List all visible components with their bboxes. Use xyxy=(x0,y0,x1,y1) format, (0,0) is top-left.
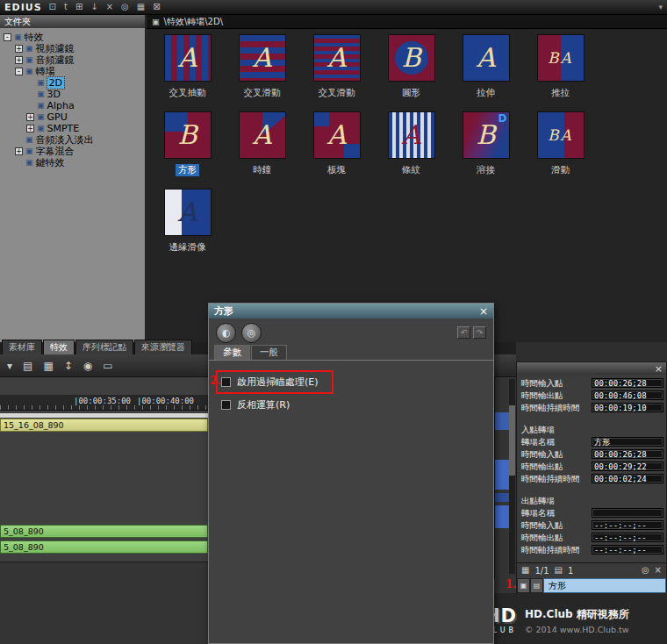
dialog-tab-1[interactable]: 一般 xyxy=(251,345,287,360)
undo-icon[interactable]: ↶ xyxy=(457,326,470,339)
bin-tree: -▣特效+▣視頻濾鏡+▣音頻濾鏡-▣轉場+▣2D+▣3D+▣Alpha+▣GPU… xyxy=(0,28,145,168)
layout-grid-icon[interactable]: ▦ xyxy=(137,3,145,11)
bin-panel: 文件夾 -▣特效+▣視頻濾鏡+▣音頻濾鏡-▣轉場+▣2D+▣3D+▣Alpha+… xyxy=(0,15,146,342)
info-value[interactable]: 00:00:29;22 xyxy=(592,462,663,471)
panel-layout-icon[interactable]: ▭ xyxy=(103,361,112,371)
effect-item-11[interactable]: BA滑動 xyxy=(523,110,598,187)
effect-item-5[interactable]: BA推拉 xyxy=(523,32,598,110)
close-tool-icon[interactable]: × xyxy=(106,3,113,11)
expander-icon[interactable]: - xyxy=(15,68,23,75)
thumbnail-view-icon[interactable]: ▦ xyxy=(43,361,53,371)
timeline-clip-audio-2[interactable]: 5_08_890 xyxy=(0,540,208,554)
vertical-scrollbar[interactable] xyxy=(509,379,515,574)
expander-icon[interactable]: + xyxy=(26,113,34,121)
list-view-icon[interactable]: ▤ xyxy=(23,361,32,371)
redo-icon[interactable]: ↷ xyxy=(473,326,486,339)
checkbox-1[interactable] xyxy=(221,400,231,410)
list-view-icon[interactable]: ▤ xyxy=(555,566,563,575)
checkbox-0[interactable] xyxy=(221,377,231,387)
info-value[interactable]: 00:00:02;24 xyxy=(592,474,663,483)
folder-icon: ▣ xyxy=(25,147,33,155)
effect-label: 溶接 xyxy=(477,164,495,176)
tab-1[interactable]: 特效 xyxy=(43,340,75,354)
info-value[interactable]: --:--:--;-- xyxy=(592,520,663,530)
info-value[interactable]: --:--:--;-- xyxy=(592,533,663,542)
folder-icon: ▣ xyxy=(37,125,45,132)
info-row-2: 時間軸持續時間00:00:19;10 xyxy=(517,402,666,414)
expander-icon[interactable]: + xyxy=(26,125,34,132)
new-window-icon[interactable]: ⊡ xyxy=(49,3,56,11)
capture-icon[interactable]: ◎ xyxy=(121,3,129,11)
transition-preview-icon[interactable]: ◐ xyxy=(216,323,236,343)
timeline-clip-audio-1[interactable]: 5_08_890 xyxy=(0,525,208,538)
info-value[interactable]: 00:00:46;08 xyxy=(592,390,663,400)
info-value[interactable] xyxy=(592,508,663,518)
effect-item-1[interactable]: A交叉滑動 xyxy=(225,32,299,110)
effect-item-6[interactable]: B方形 xyxy=(150,110,225,187)
timeline-menu-icon[interactable]: ▾ xyxy=(7,361,12,371)
selected-transition-item[interactable]: 方形 xyxy=(543,578,666,593)
tree-item-3[interactable]: -▣轉場 xyxy=(0,66,145,77)
keyframe-icon[interactable]: ◎ xyxy=(241,323,262,343)
expander-icon[interactable]: + xyxy=(15,56,23,64)
add-window-icon[interactable]: ⊞ xyxy=(75,3,82,11)
options-icon[interactable]: ◎ xyxy=(642,566,649,575)
info-value[interactable]: 00:00:26;28 xyxy=(592,449,663,459)
timeline-clip-fragment[interactable] xyxy=(495,493,509,502)
watermark-line2: © 2014 www.HD.Club.tw xyxy=(525,625,629,634)
audio-mixer-icon[interactable]: ↕ xyxy=(64,361,73,371)
close-icon[interactable]: × xyxy=(655,364,663,374)
lock-icon[interactable]: ⊠ xyxy=(153,3,160,11)
effect-item-10[interactable]: BD溶接 xyxy=(448,110,523,187)
effect-item-4[interactable]: A拉伸 xyxy=(448,32,523,110)
information-panel-header[interactable]: × xyxy=(517,362,666,375)
info-row-12: 時間輸入點--:--:--;-- xyxy=(517,519,666,532)
timeline-clip-fragment[interactable] xyxy=(495,412,509,430)
timeline-clip-fragment[interactable] xyxy=(495,505,509,528)
effect-badge: D xyxy=(498,112,507,125)
effect-item-3[interactable]: B圓形 xyxy=(374,32,448,110)
tree-item-7[interactable]: +▣GPU xyxy=(0,111,145,123)
effect-item-8[interactable]: A板塊 xyxy=(299,110,374,187)
tree-item-6[interactable]: +▣Alpha xyxy=(0,100,145,111)
thumbnail-view-icon[interactable]: ▦ xyxy=(521,566,529,575)
transition-type-icon[interactable]: ▣ xyxy=(517,578,530,593)
info-value[interactable]: --:--:--;-- xyxy=(592,545,663,555)
expander-icon[interactable]: + xyxy=(15,45,23,53)
effect-item-7[interactable]: A時鐘 xyxy=(225,110,299,187)
effect-item-9[interactable]: A條紋 xyxy=(374,110,448,187)
scrollbar-thumb[interactable] xyxy=(509,405,515,476)
dialog-tab-0[interactable]: 參數 xyxy=(214,345,250,360)
tab-3[interactable]: 來源瀏覽器 xyxy=(134,340,192,354)
close-icon[interactable]: × xyxy=(655,566,662,575)
tree-item-label: 鍵特效 xyxy=(36,156,65,169)
effect-item-0[interactable]: A交叉抽動 xyxy=(150,32,225,110)
text-tool-icon[interactable]: t xyxy=(64,3,68,11)
info-value[interactable]: 00:00:19;10 xyxy=(592,403,663,412)
tree-item-2[interactable]: +▣音頻濾鏡 xyxy=(0,54,145,66)
tree-item-11[interactable]: +▣鍵特效 xyxy=(0,157,145,168)
tab-2[interactable]: 序列標記點 xyxy=(75,340,133,354)
close-icon[interactable]: × xyxy=(479,305,488,318)
export-icon[interactable]: ↓ xyxy=(90,3,97,11)
info-value[interactable]: 00:00:26;28 xyxy=(592,378,663,388)
transition-track-icon[interactable]: ▤ xyxy=(530,578,543,593)
folder-icon: ▣ xyxy=(37,90,45,98)
timeline-clip-video[interactable]: 15_16_08_890 xyxy=(0,419,208,432)
expander-icon[interactable]: + xyxy=(15,147,23,155)
effect-item-12[interactable]: A邊緣滑像 xyxy=(150,187,225,264)
timeline-clip-fragment[interactable] xyxy=(495,460,509,490)
tree-item-10[interactable]: +▣字幕混合 xyxy=(0,146,145,157)
tree-item-5[interactable]: +▣3D xyxy=(0,89,145,100)
effect-glyph: A xyxy=(402,122,421,148)
record-icon[interactable]: ◉ xyxy=(83,361,92,371)
titlebar-overflow-icon[interactable]: ▾ xyxy=(658,3,663,11)
info-value[interactable]: 方形 xyxy=(592,437,663,447)
expander-icon[interactable]: - xyxy=(4,33,11,41)
tree-item-4[interactable]: +▣2D xyxy=(0,77,145,89)
effect-glyph: A xyxy=(178,199,197,225)
dialog-titlebar[interactable]: 方形 × xyxy=(209,304,493,318)
tree-item-label: GPU xyxy=(47,111,68,123)
effect-item-2[interactable]: A交叉滑動 xyxy=(299,32,374,110)
tab-0[interactable]: 素材庫 xyxy=(2,340,42,354)
